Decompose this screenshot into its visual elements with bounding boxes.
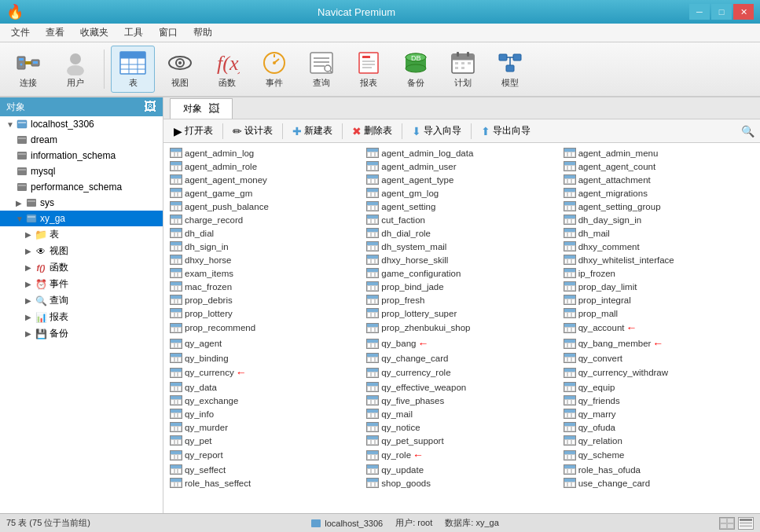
table-row[interactable]: qy_pet_support xyxy=(363,434,560,447)
table-row[interactable]: agent_migrations xyxy=(560,186,757,200)
table-row[interactable]: qy_murder xyxy=(167,420,363,434)
menu-view[interactable]: 查看 xyxy=(38,24,72,41)
table-row[interactable]: agent_agent_money xyxy=(167,173,363,186)
table-row[interactable]: qy_relation xyxy=(560,434,757,447)
tool-user[interactable]: 用户 xyxy=(53,46,97,93)
table-row[interactable]: qy_data xyxy=(167,380,363,394)
minimize-button[interactable]: ─ xyxy=(689,4,710,20)
maximize-button[interactable]: □ xyxy=(711,4,732,20)
table-row[interactable]: qy_mail xyxy=(363,407,560,420)
table-row[interactable]: qy_update xyxy=(363,463,560,476)
tool-func[interactable]: f(x) 函数 xyxy=(205,46,249,93)
table-row[interactable]: dhxy_horse_skill xyxy=(363,253,560,266)
tree-item-tables[interactable]: ▶ 📁 表 xyxy=(0,226,163,243)
table-row[interactable]: qy_bang← xyxy=(363,336,560,351)
table-row[interactable]: agent_game_gm xyxy=(167,186,363,200)
tree-area[interactable]: ▼ localhost_3306 dream inform xyxy=(0,116,163,513)
tree-item-funcs[interactable]: ▶ f() 函数 xyxy=(0,259,163,276)
grid-view-btn[interactable] xyxy=(719,517,735,530)
table-row[interactable]: exam_items xyxy=(167,266,363,280)
table-row[interactable]: prop_zhenbukui_shop xyxy=(363,320,560,336)
tree-item-xy-ga[interactable]: ▼ xy_ga xyxy=(0,211,163,226)
table-row[interactable]: role_has_ofuda xyxy=(560,463,757,476)
table-row[interactable]: qy_info xyxy=(167,407,363,420)
tool-report[interactable]: 报表 xyxy=(347,46,391,93)
table-row[interactable]: prop_integral xyxy=(560,293,757,306)
tree-item-localhost[interactable]: ▼ localhost_3306 xyxy=(0,116,163,132)
table-row[interactable]: qy_currency_role xyxy=(363,365,560,380)
design-table-btn[interactable]: ✏ 设计表 xyxy=(227,122,278,140)
menu-tools[interactable]: 工具 xyxy=(116,24,151,41)
tool-backup[interactable]: DB 备份 xyxy=(394,46,438,93)
table-row[interactable]: dh_system_mail xyxy=(363,240,560,253)
table-row[interactable]: use_change_card xyxy=(560,476,757,490)
table-row[interactable]: qy_friends xyxy=(560,394,757,407)
tool-query[interactable]: 查询 xyxy=(299,46,343,93)
table-row[interactable]: qy_agent xyxy=(167,336,363,351)
table-row[interactable]: qy_convert xyxy=(560,351,757,365)
table-row[interactable]: dh_dial xyxy=(167,226,363,240)
table-row[interactable]: dhxy_whitelist_interface xyxy=(560,253,757,266)
delete-table-btn[interactable]: ✖ 删除表 xyxy=(347,122,398,140)
open-table-btn[interactable]: ▶ 打开表 xyxy=(168,122,218,140)
table-list[interactable]: agent_admin_logagent_admin_log_dataagent… xyxy=(163,143,760,513)
table-row[interactable]: qy_seffect xyxy=(167,463,363,476)
import-btn[interactable]: ⬇ 导入向导 xyxy=(406,122,467,140)
export-btn[interactable]: ⬆ 导出向导 xyxy=(475,122,536,140)
tree-item-reports[interactable]: ▶ 📊 报表 xyxy=(0,309,163,325)
tree-item-sys[interactable]: ▶ sys xyxy=(0,195,163,211)
table-row[interactable]: prop_lottery_super xyxy=(363,306,560,320)
new-table-btn[interactable]: ✚ 新建表 xyxy=(287,122,338,140)
table-row[interactable]: dh_sign_in xyxy=(167,240,363,253)
table-row[interactable]: qy_five_phases xyxy=(363,394,560,407)
table-row[interactable]: qy_account← xyxy=(560,320,757,336)
table-row[interactable]: dhxy_horse xyxy=(167,253,363,266)
tab-object[interactable]: 对象 🖼 xyxy=(170,98,233,119)
tree-item-dream[interactable]: dream xyxy=(0,132,163,148)
tool-model[interactable]: 模型 xyxy=(488,46,532,93)
tool-event[interactable]: 事件 xyxy=(252,46,296,93)
table-row[interactable]: qy_currency_withdraw xyxy=(560,365,757,380)
table-row[interactable]: agent_admin_user xyxy=(363,160,560,173)
table-row[interactable]: mac_frozen xyxy=(167,280,363,293)
table-row[interactable]: qy_pet xyxy=(167,434,363,447)
table-row[interactable]: qy_equip xyxy=(560,380,757,394)
table-row[interactable]: agent_agent_type xyxy=(363,173,560,186)
table-row[interactable]: prop_day_limit xyxy=(560,280,757,293)
table-row[interactable]: dh_dial_role xyxy=(363,226,560,240)
table-row[interactable]: prop_bind_jade xyxy=(363,280,560,293)
table-row[interactable]: agent_admin_log_data xyxy=(363,146,560,160)
table-row[interactable]: qy_currency← xyxy=(167,365,363,380)
table-row[interactable]: shop_goods xyxy=(363,476,560,490)
tree-item-information-schema[interactable]: information_schema xyxy=(0,148,163,163)
tool-schedule[interactable]: 计划 xyxy=(441,46,485,93)
tree-item-backups[interactable]: ▶ 💾 备份 xyxy=(0,325,163,342)
tree-item-views[interactable]: ▶ 👁 视图 xyxy=(0,243,163,259)
table-row[interactable]: agent_setting xyxy=(363,200,560,213)
table-row[interactable]: prop_recommend xyxy=(167,320,363,336)
table-row[interactable]: agent_agent_count xyxy=(560,160,757,173)
table-row[interactable]: dh_mail xyxy=(560,226,757,240)
table-row[interactable]: agent_admin_log xyxy=(167,146,363,160)
table-row[interactable]: agent_setting_group xyxy=(560,200,757,213)
list-view-btn[interactable] xyxy=(738,517,754,530)
table-row[interactable]: game_configuration xyxy=(363,266,560,280)
table-row[interactable]: charge_record xyxy=(167,213,363,226)
table-row[interactable]: role_has_seffect xyxy=(167,476,363,490)
menu-favorites[interactable]: 收藏夹 xyxy=(72,24,116,41)
tool-table[interactable]: 表 xyxy=(111,46,155,93)
menu-file[interactable]: 文件 xyxy=(3,24,38,41)
table-row[interactable]: agent_attachment xyxy=(560,173,757,186)
table-row[interactable]: prop_lottery xyxy=(167,306,363,320)
table-row[interactable]: qy_scheme xyxy=(560,447,757,463)
table-row[interactable]: cut_faction xyxy=(363,213,560,226)
table-row[interactable]: prop_fresh xyxy=(363,293,560,306)
table-row[interactable]: qy_exchange xyxy=(167,394,363,407)
tool-connect[interactable]: 连接 xyxy=(6,46,50,93)
table-row[interactable]: qy_marry xyxy=(560,407,757,420)
table-row[interactable]: prop_mall xyxy=(560,306,757,320)
table-row[interactable]: qy_effective_weapon xyxy=(363,380,560,394)
table-row[interactable]: agent_admin_menu xyxy=(560,146,757,160)
tool-view[interactable]: 视图 xyxy=(158,46,202,93)
table-row[interactable]: qy_change_card xyxy=(363,351,560,365)
